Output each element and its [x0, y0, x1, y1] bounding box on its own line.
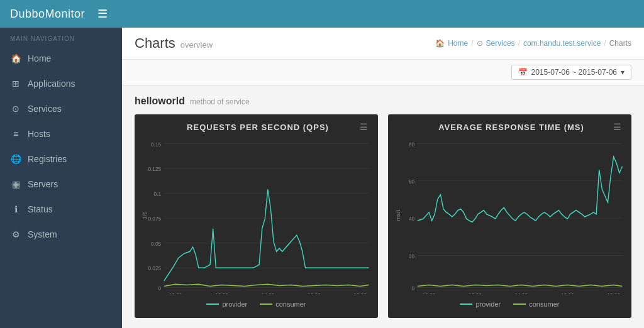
layout: MAIN NAVIGATION 🏠 Home ⊞ Applications ⊙ … [0, 28, 644, 328]
chart-response-menu-icon[interactable]: ☰ [613, 122, 621, 132]
service-desc: method of service [190, 97, 250, 106]
svg-text:ms/t: ms/t [396, 210, 401, 221]
date-range-button[interactable]: 📅 2015-07-06 ~ 2015-07-06 ▾ [511, 65, 631, 80]
sidebar-item-services[interactable]: ⊙ Services [0, 96, 122, 121]
svg-text:0: 0 [412, 285, 415, 292]
legend-provider-label-2: provider [475, 300, 501, 308]
hamburger-icon[interactable]: ☰ [97, 7, 108, 21]
svg-text:0.125: 0.125 [148, 166, 161, 173]
page-header: Charts overview 🏠 Home / ⊙ Services / co… [122, 28, 644, 60]
svg-text:0.15: 0.15 [151, 141, 161, 148]
service-name: helloworld [135, 96, 185, 107]
svg-text:40: 40 [409, 216, 414, 222]
breadcrumb-services-icon: ⊙ [477, 39, 483, 48]
sidebar-item-applications[interactable]: ⊞ Applications [0, 71, 122, 96]
page-title-area: Charts overview [135, 35, 213, 52]
page-subtitle: overview [180, 40, 213, 50]
svg-text:16:00: 16:00 [561, 292, 574, 294]
services-icon: ⊙ [10, 104, 21, 114]
breadcrumb-services-link[interactable]: Services [486, 39, 515, 48]
svg-text:16:00: 16:00 [308, 292, 321, 294]
svg-text:14:00: 14:00 [262, 292, 275, 294]
breadcrumb: 🏠 Home / ⊙ Services / com.handu.test.ser… [435, 39, 631, 48]
breadcrumb-home-link[interactable]: Home [448, 39, 468, 48]
registries-icon: 🌐 [10, 154, 21, 164]
sidebar-item-label: Registries [28, 154, 67, 164]
chart-response-header: AVERAGE RESPONSE TIME (MS) ☰ [388, 114, 631, 137]
calendar-icon: 📅 [518, 68, 528, 77]
chart-qps-legend: provider consumer [141, 297, 372, 312]
legend-consumer-line-2 [513, 303, 526, 305]
date-range-label: 2015-07-06 ~ 2015-07-06 [531, 68, 617, 77]
legend-provider-line [206, 303, 219, 305]
svg-text:0.025: 0.025 [148, 265, 161, 272]
chart-qps-menu-icon[interactable]: ☰ [360, 122, 368, 132]
svg-text:12:00: 12:00 [469, 292, 482, 294]
svg-text:0.1: 0.1 [154, 190, 162, 197]
svg-text:0: 0 [158, 285, 162, 292]
chart-response-title: AVERAGE RESPONSE TIME (MS) [409, 123, 613, 132]
legend-provider-2: provider [460, 300, 501, 308]
legend-consumer: consumer [260, 300, 306, 308]
chart-response-legend: provider consumer [394, 297, 625, 312]
chart-response: AVERAGE RESPONSE TIME (MS) ☰ 80 [388, 114, 631, 318]
sidebar-item-hosts[interactable]: ≡ Hosts [0, 121, 122, 146]
page-title: Charts [135, 35, 175, 52]
sidebar-item-status[interactable]: ℹ Status [0, 197, 122, 222]
chart-qps: REQUESTS PER SECOND (QPS) ☰ [135, 114, 378, 318]
content-area: helloworld method of service REQUESTS PE… [122, 85, 644, 328]
status-icon: ℹ [10, 204, 21, 214]
legend-provider-label: provider [222, 300, 247, 308]
sidebar-item-servers[interactable]: ▦ Servers [0, 172, 122, 197]
servers-icon: ▦ [10, 179, 21, 189]
sidebar-item-label: Hosts [28, 129, 50, 139]
breadcrumb-service-name[interactable]: com.handu.test.service [523, 39, 601, 48]
breadcrumb-home-icon: 🏠 [435, 39, 445, 48]
legend-consumer-label-2: consumer [529, 300, 559, 308]
svg-text:10:00: 10:00 [423, 292, 436, 294]
home-icon: 🏠 [10, 53, 21, 63]
svg-text:12:00: 12:00 [215, 292, 228, 294]
chart-qps-header: REQUESTS PER SECOND (QPS) ☰ [135, 114, 378, 137]
svg-text:1/s: 1/s [142, 211, 148, 219]
svg-text:80: 80 [409, 141, 414, 148]
svg-text:14:00: 14:00 [515, 292, 528, 294]
sidebar-item-label: Services [28, 104, 62, 114]
system-icon: ⚙ [10, 229, 21, 239]
service-label: helloworld method of service [135, 96, 631, 107]
sidebar-item-label: Servers [28, 179, 58, 189]
sidebar-item-system[interactable]: ⚙ System [0, 222, 122, 247]
hosts-icon: ≡ [10, 129, 21, 139]
charts-row: REQUESTS PER SECOND (QPS) ☰ [135, 114, 631, 318]
svg-text:18:00: 18:00 [353, 292, 367, 294]
svg-text:10:00: 10:00 [169, 292, 182, 294]
svg-text:20: 20 [409, 253, 414, 260]
chart-qps-title: REQUESTS PER SECOND (QPS) [156, 123, 360, 132]
svg-text:60: 60 [409, 178, 414, 185]
chart-qps-body: 0.15 0.125 0.1 0.075 0.05 0.025 0 1/s 10… [135, 137, 378, 318]
chart-response-body: 80 60 40 20 0 ms/t 10:00 12:00 14:00 16:… [388, 137, 631, 318]
svg-text:0.075: 0.075 [148, 216, 161, 222]
main-area: Charts overview 🏠 Home / ⊙ Services / co… [122, 28, 644, 328]
date-range-bar: 📅 2015-07-06 ~ 2015-07-06 ▾ [122, 60, 644, 85]
sidebar-item-label: Home [28, 53, 51, 63]
brand-light: Monitor [45, 8, 86, 20]
applications-icon: ⊞ [10, 79, 21, 89]
legend-provider-line-2 [460, 303, 472, 305]
chart-response-svg: 80 60 40 20 0 ms/t 10:00 12:00 14:00 16:… [394, 137, 625, 294]
chart-qps-svg: 0.15 0.125 0.1 0.075 0.05 0.025 0 1/s 10… [141, 137, 372, 294]
sidebar-item-registries[interactable]: 🌐 Registries [0, 146, 122, 172]
brand-bold: Dubbo [10, 8, 45, 20]
sidebar-item-label: System [28, 229, 57, 239]
svg-text:0.05: 0.05 [151, 240, 161, 247]
brand-logo: DubboMonitor [10, 8, 85, 21]
legend-consumer-2: consumer [513, 300, 559, 308]
sidebar: MAIN NAVIGATION 🏠 Home ⊞ Applications ⊙ … [0, 28, 122, 328]
legend-provider: provider [206, 300, 247, 308]
legend-consumer-line [260, 303, 272, 305]
legend-consumer-label: consumer [275, 300, 306, 308]
sidebar-item-label: Status [28, 204, 53, 214]
topbar: DubboMonitor ☰ [0, 0, 644, 28]
breadcrumb-charts: Charts [609, 39, 631, 48]
sidebar-item-home[interactable]: 🏠 Home [0, 46, 122, 71]
